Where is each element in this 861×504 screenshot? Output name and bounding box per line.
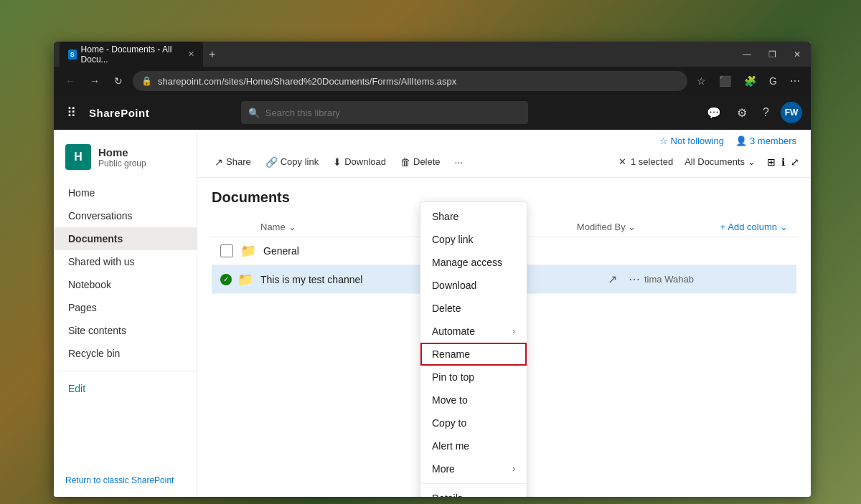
add-column-button[interactable]: + Add column ⌄ [720, 222, 788, 232]
filter-icon[interactable]: ⊞ [767, 156, 776, 168]
settings-icon[interactable]: ⚙ [733, 102, 751, 124]
sidebar-item-conversations[interactable]: Conversations [54, 204, 197, 227]
ctx-pin-label: Pin to top [432, 371, 474, 383]
ctx-alert-me[interactable]: Alert me [420, 434, 527, 457]
add-column-label: + Add column [720, 222, 777, 232]
extensions-icon[interactable]: 🧩 [740, 72, 760, 90]
search-bar[interactable]: 🔍 [241, 101, 528, 124]
site-header: H Home Public group [54, 138, 197, 181]
sidebar-item-notebook[interactable]: Notebook [54, 273, 197, 296]
ctx-rename-label: Rename [432, 348, 470, 360]
download-cmd-button[interactable]: ⬇ Download [327, 153, 392, 171]
site-header-bar: ☆ Not following 👤 3 members [197, 130, 811, 146]
ctx-delete-label: Delete [432, 303, 461, 314]
sidebar-item-edit[interactable]: Edit [54, 377, 197, 400]
copy-link-label: Copy link [281, 156, 319, 167]
return-classic-link[interactable]: Return to classic SharePoint [65, 475, 174, 485]
download-label: Download [344, 156, 386, 167]
all-documents-button[interactable]: All Documents ⌄ [679, 153, 761, 170]
selection-count: 1 selected [631, 156, 673, 167]
sidebar-item-site-contents[interactable]: Site contents [54, 319, 197, 342]
ctx-download-label: Download [432, 280, 476, 291]
ctx-download[interactable]: Download [420, 274, 527, 297]
sp-logo: SharePoint [89, 107, 149, 119]
ctx-copy-link[interactable]: Copy link [420, 228, 527, 251]
more-arrow-icon: › [512, 464, 515, 474]
selection-badge: ✕ 1 selected [618, 156, 673, 167]
sidebar-item-pages[interactable]: Pages [54, 296, 197, 319]
ctx-pin-to-top[interactable]: Pin to top [420, 366, 527, 389]
collections-icon[interactable]: ⬛ [715, 72, 735, 90]
share-cmd-button[interactable]: ↗ Share [209, 153, 257, 171]
star-icon[interactable]: ☆ [693, 72, 710, 90]
restore-button[interactable]: ❐ [764, 48, 781, 61]
browser-window: S Home - Documents - All Docu... ✕ + — ❐… [54, 42, 811, 497]
ctx-share[interactable]: Share [420, 205, 527, 228]
share-label: Share [226, 156, 251, 167]
chevron-down-icon: ⌄ [748, 156, 756, 167]
site-info: Home Public group [98, 146, 146, 168]
ctx-automate[interactable]: Automate › [420, 320, 527, 343]
search-input[interactable] [265, 108, 521, 118]
row-share-icon[interactable]: ↗ [603, 271, 621, 287]
star-outline-icon: ☆ [659, 135, 668, 146]
back-button[interactable]: ← [61, 72, 80, 90]
copy-link-cmd-button[interactable]: 🔗 Copy link [260, 153, 324, 171]
delete-cmd-button[interactable]: 🗑 Delete [395, 153, 446, 171]
modified-sort-icon: ⌄ [628, 222, 636, 232]
person-icon: 👤 [735, 135, 747, 146]
refresh-button[interactable]: ↻ [110, 72, 127, 90]
delete-label: Delete [413, 156, 441, 167]
name-column-header[interactable]: Name ⌄ [260, 222, 577, 232]
ctx-more[interactable]: More › [420, 457, 527, 480]
new-tab-button[interactable]: + [203, 48, 221, 61]
profile-icon[interactable]: G [766, 72, 781, 90]
title-bar: S Home - Documents - All Docu... ✕ + — ❐… [54, 42, 811, 67]
ctx-details[interactable]: Details [420, 487, 527, 497]
more-dots-icon: ··· [455, 156, 464, 168]
minimize-button[interactable]: — [738, 48, 756, 61]
ctx-details-label: Details [432, 493, 463, 497]
cmd-right-area: ✕ 1 selected All Documents ⌄ ⊞ ℹ ⤢ [618, 153, 799, 170]
sidebar-item-home[interactable]: Home [54, 181, 197, 204]
row-actions: ↗ ⋯ [603, 271, 644, 287]
more-cmd-button[interactable]: ··· [449, 153, 469, 171]
url-bar[interactable]: 🔒 sharepoint.com/sites/Home/Shared%20Doc… [133, 71, 687, 91]
sidebar-item-documents[interactable]: Documents [54, 227, 197, 250]
info-icon[interactable]: ℹ [781, 156, 785, 168]
more-tools-icon[interactable]: ⋯ [786, 72, 804, 90]
sidebar-item-recycle-bin[interactable]: Recycle bin [54, 342, 197, 365]
ctx-manage-access[interactable]: Manage access [420, 251, 527, 274]
ctx-copy-to[interactable]: Copy to [420, 412, 527, 434]
chat-icon[interactable]: 💬 [702, 102, 725, 124]
ctx-rename[interactable]: Rename [420, 343, 527, 366]
row-more-icon[interactable]: ⋯ [624, 271, 644, 287]
folder-icon: 📁 [240, 243, 256, 259]
command-bar: ↗ Share 🔗 Copy link ⬇ Download 🗑 Delete … [197, 146, 811, 178]
tab-title: Home - Documents - All Docu... [81, 44, 181, 65]
tab-area: S Home - Documents - All Docu... ✕ + [60, 42, 738, 69]
active-tab[interactable]: S Home - Documents - All Docu... ✕ [60, 42, 203, 69]
expand-icon[interactable]: ⤢ [791, 156, 799, 168]
folder-icon-test: 📁 [237, 272, 253, 287]
sidebar-item-shared[interactable]: Shared with us [54, 250, 197, 273]
tab-close-button[interactable]: ✕ [188, 49, 194, 59]
waffle-icon[interactable]: ⠿ [62, 100, 80, 125]
ctx-move-to[interactable]: Move to [420, 389, 527, 412]
forward-button[interactable]: → [85, 72, 104, 90]
modified-by-label: Modified By [577, 222, 626, 232]
site-title: Home [98, 146, 146, 158]
ctx-delete[interactable]: Delete [420, 297, 527, 320]
modified-by-column-header[interactable]: Modified By ⌄ [577, 222, 720, 232]
close-button[interactable]: ✕ [789, 48, 805, 61]
user-avatar[interactable]: FW [781, 102, 802, 123]
members-button[interactable]: 👤 3 members [735, 135, 796, 146]
modified-by-test: tima Wahab [644, 274, 788, 285]
not-following-button[interactable]: ☆ Not following [659, 135, 724, 146]
ctx-copy-to-label: Copy to [432, 417, 466, 429]
close-selection-icon[interactable]: ✕ [618, 156, 626, 167]
row-checkbox-general[interactable] [220, 244, 233, 257]
ctx-move-label: Move to [432, 394, 468, 406]
tab-favicon: S [68, 49, 77, 60]
help-icon[interactable]: ? [758, 102, 773, 123]
